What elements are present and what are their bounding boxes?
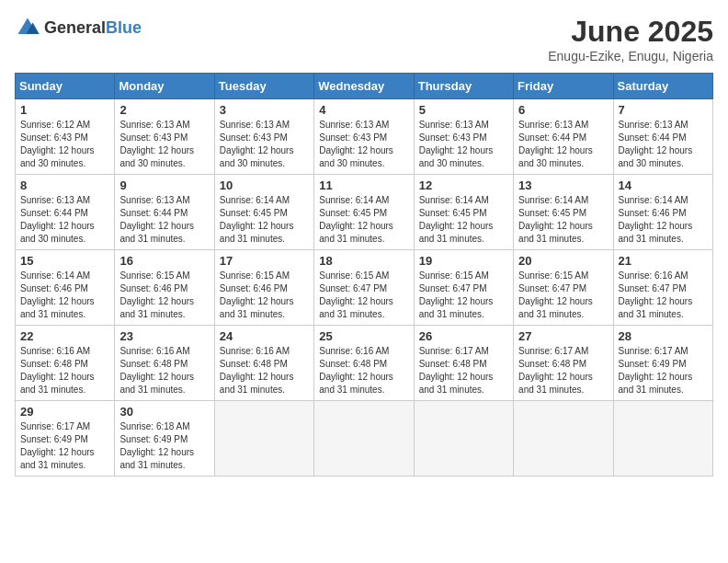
day-number: 21 xyxy=(619,254,708,268)
day-number: 9 xyxy=(119,178,209,192)
day-info: Sunrise: 6:15 AMSunset: 6:46 PMDaylight:… xyxy=(220,270,294,319)
day-info: Sunrise: 6:14 AMSunset: 6:46 PMDaylight:… xyxy=(20,270,95,319)
calendar-cell: 19 Sunrise: 6:15 AMSunset: 6:47 PMDaylig… xyxy=(414,250,513,326)
weekday-header-saturday: Saturday xyxy=(613,74,712,99)
calendar-cell xyxy=(613,401,712,477)
logo: GeneralBlue xyxy=(15,15,142,40)
page-header: GeneralBlue June 2025 Enugu-Ezike, Enugu… xyxy=(15,15,713,63)
calendar-cell xyxy=(214,401,313,477)
day-info: Sunrise: 6:17 AMSunset: 6:48 PMDaylight:… xyxy=(518,346,593,395)
calendar-cell: 28 Sunrise: 6:17 AMSunset: 6:49 PMDaylig… xyxy=(613,326,712,401)
day-info: Sunrise: 6:13 AMSunset: 6:43 PMDaylight:… xyxy=(319,120,393,168)
calendar-cell: 7 Sunrise: 6:13 AMSunset: 6:44 PMDayligh… xyxy=(613,99,712,175)
calendar-cell: 25 Sunrise: 6:16 AMSunset: 6:48 PMDaylig… xyxy=(314,326,414,401)
calendar-cell: 26 Sunrise: 6:17 AMSunset: 6:48 PMDaylig… xyxy=(414,326,513,401)
day-info: Sunrise: 6:13 AMSunset: 6:43 PMDaylight:… xyxy=(119,120,194,168)
day-number: 3 xyxy=(220,103,309,117)
day-number: 8 xyxy=(20,178,109,192)
day-info: Sunrise: 6:18 AMSunset: 6:49 PMDaylight:… xyxy=(119,421,194,470)
month-title: June 2025 xyxy=(548,15,713,49)
day-info: Sunrise: 6:14 AMSunset: 6:45 PMDaylight:… xyxy=(419,195,494,244)
week-row-1: 1 Sunrise: 6:12 AMSunset: 6:43 PMDayligh… xyxy=(16,99,713,175)
calendar-cell: 16 Sunrise: 6:15 AMSunset: 6:46 PMDaylig… xyxy=(115,250,214,326)
day-number: 6 xyxy=(518,103,608,117)
calendar-cell xyxy=(514,401,613,477)
logo-blue-text: Blue xyxy=(106,18,142,37)
day-info: Sunrise: 6:16 AMSunset: 6:48 PMDaylight:… xyxy=(20,346,95,395)
day-number: 23 xyxy=(119,329,209,343)
day-number: 4 xyxy=(319,103,408,117)
calendar-cell: 2 Sunrise: 6:13 AMSunset: 6:43 PMDayligh… xyxy=(115,99,214,175)
day-number: 7 xyxy=(619,103,708,117)
week-row-4: 22 Sunrise: 6:16 AMSunset: 6:48 PMDaylig… xyxy=(16,326,713,401)
day-info: Sunrise: 6:15 AMSunset: 6:47 PMDaylight:… xyxy=(518,270,593,319)
calendar-cell: 6 Sunrise: 6:13 AMSunset: 6:44 PMDayligh… xyxy=(514,99,613,175)
day-info: Sunrise: 6:16 AMSunset: 6:48 PMDaylight:… xyxy=(319,346,393,395)
day-number: 18 xyxy=(319,254,408,268)
day-number: 28 xyxy=(619,329,708,343)
day-number: 1 xyxy=(20,103,109,117)
weekday-header-wednesday: Wednesday xyxy=(314,74,414,99)
day-number: 30 xyxy=(119,405,209,419)
calendar-cell: 9 Sunrise: 6:13 AMSunset: 6:44 PMDayligh… xyxy=(115,175,214,250)
week-row-2: 8 Sunrise: 6:13 AMSunset: 6:44 PMDayligh… xyxy=(16,175,713,250)
calendar-cell: 10 Sunrise: 6:14 AMSunset: 6:45 PMDaylig… xyxy=(214,175,313,250)
day-number: 17 xyxy=(220,254,309,268)
calendar-cell: 13 Sunrise: 6:14 AMSunset: 6:45 PMDaylig… xyxy=(514,175,613,250)
weekday-header-row: SundayMondayTuesdayWednesdayThursdayFrid… xyxy=(16,74,713,99)
calendar-cell: 29 Sunrise: 6:17 AMSunset: 6:49 PMDaylig… xyxy=(16,401,115,477)
logo-general-text: General xyxy=(44,18,106,37)
day-number: 16 xyxy=(119,254,209,268)
day-info: Sunrise: 6:15 AMSunset: 6:47 PMDaylight:… xyxy=(419,270,494,319)
day-number: 20 xyxy=(518,254,608,268)
calendar-cell: 22 Sunrise: 6:16 AMSunset: 6:48 PMDaylig… xyxy=(16,326,115,401)
day-info: Sunrise: 6:16 AMSunset: 6:48 PMDaylight:… xyxy=(220,346,294,395)
day-info: Sunrise: 6:14 AMSunset: 6:45 PMDaylight:… xyxy=(518,195,593,244)
calendar-cell: 4 Sunrise: 6:13 AMSunset: 6:43 PMDayligh… xyxy=(314,99,414,175)
weekday-header-friday: Friday xyxy=(514,74,613,99)
day-number: 13 xyxy=(518,178,608,192)
day-info: Sunrise: 6:12 AMSunset: 6:43 PMDaylight:… xyxy=(20,120,95,168)
day-number: 11 xyxy=(319,178,408,192)
day-number: 2 xyxy=(119,103,209,117)
day-number: 27 xyxy=(518,329,608,343)
day-info: Sunrise: 6:13 AMSunset: 6:44 PMDaylight:… xyxy=(619,120,693,168)
day-info: Sunrise: 6:14 AMSunset: 6:45 PMDaylight:… xyxy=(319,195,393,244)
day-number: 25 xyxy=(319,329,408,343)
day-number: 15 xyxy=(20,254,109,268)
day-number: 22 xyxy=(20,329,109,343)
weekday-header-tuesday: Tuesday xyxy=(214,74,313,99)
calendar-cell xyxy=(414,401,513,477)
day-info: Sunrise: 6:14 AMSunset: 6:46 PMDaylight:… xyxy=(619,195,693,244)
day-info: Sunrise: 6:13 AMSunset: 6:43 PMDaylight:… xyxy=(220,120,294,168)
weekday-header-sunday: Sunday xyxy=(16,74,115,99)
day-info: Sunrise: 6:17 AMSunset: 6:49 PMDaylight:… xyxy=(20,421,95,470)
day-info: Sunrise: 6:13 AMSunset: 6:43 PMDaylight:… xyxy=(419,120,494,168)
weekday-header-thursday: Thursday xyxy=(414,74,513,99)
title-area: June 2025 Enugu-Ezike, Enugu, Nigeria xyxy=(548,15,713,63)
week-row-5: 29 Sunrise: 6:17 AMSunset: 6:49 PMDaylig… xyxy=(16,401,713,477)
calendar-cell: 17 Sunrise: 6:15 AMSunset: 6:46 PMDaylig… xyxy=(214,250,313,326)
day-number: 12 xyxy=(419,178,508,192)
calendar-cell: 8 Sunrise: 6:13 AMSunset: 6:44 PMDayligh… xyxy=(16,175,115,250)
day-number: 19 xyxy=(419,254,508,268)
day-info: Sunrise: 6:16 AMSunset: 6:48 PMDaylight:… xyxy=(119,346,194,395)
day-number: 14 xyxy=(619,178,708,192)
calendar-cell: 20 Sunrise: 6:15 AMSunset: 6:47 PMDaylig… xyxy=(514,250,613,326)
calendar-cell: 14 Sunrise: 6:14 AMSunset: 6:46 PMDaylig… xyxy=(613,175,712,250)
calendar-cell: 3 Sunrise: 6:13 AMSunset: 6:43 PMDayligh… xyxy=(214,99,313,175)
day-number: 5 xyxy=(419,103,508,117)
day-info: Sunrise: 6:15 AMSunset: 6:47 PMDaylight:… xyxy=(319,270,393,319)
day-info: Sunrise: 6:17 AMSunset: 6:49 PMDaylight:… xyxy=(619,346,693,395)
calendar-cell: 24 Sunrise: 6:16 AMSunset: 6:48 PMDaylig… xyxy=(214,326,313,401)
calendar-table: SundayMondayTuesdayWednesdayThursdayFrid… xyxy=(15,73,713,477)
day-info: Sunrise: 6:16 AMSunset: 6:47 PMDaylight:… xyxy=(619,270,693,319)
day-number: 26 xyxy=(419,329,508,343)
weekday-header-monday: Monday xyxy=(115,74,214,99)
calendar-cell xyxy=(314,401,414,477)
day-number: 29 xyxy=(20,405,109,419)
day-info: Sunrise: 6:17 AMSunset: 6:48 PMDaylight:… xyxy=(419,346,494,395)
day-info: Sunrise: 6:15 AMSunset: 6:46 PMDaylight:… xyxy=(119,270,194,319)
day-number: 10 xyxy=(220,178,309,192)
calendar-cell: 21 Sunrise: 6:16 AMSunset: 6:47 PMDaylig… xyxy=(613,250,712,326)
